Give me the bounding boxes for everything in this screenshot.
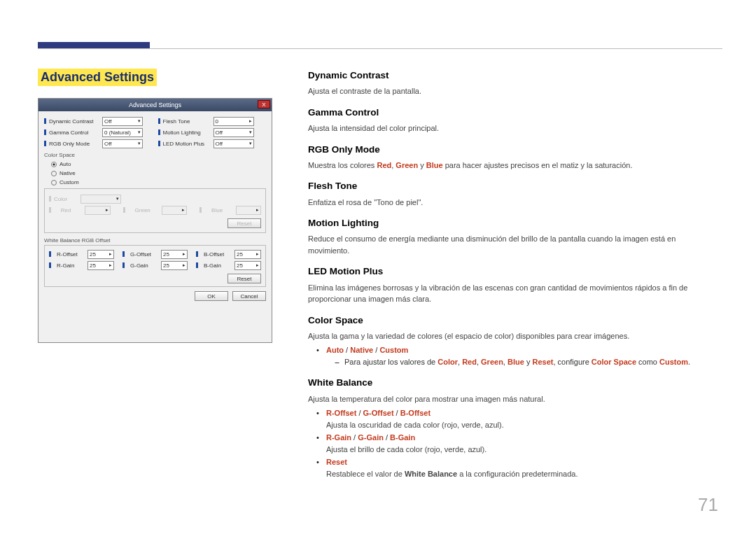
row-motion-lighting: Motion LightingOff▾ <box>158 127 267 138</box>
select-red: ▸ <box>85 206 110 215</box>
row-gamma-control: Gamma Control0 (Natural)▾ <box>44 127 153 138</box>
group-color-space: Color Space <box>44 152 266 158</box>
p-dynamic-contrast: Ajusta el contraste de la pantalla. <box>308 85 718 97</box>
select-flesh-tone[interactable]: 0▸ <box>214 117 254 126</box>
section-title: Advanced Settings <box>38 69 157 86</box>
close-icon[interactable]: X <box>258 100 270 108</box>
radio-custom[interactable]: Custom <box>44 178 266 187</box>
group-white-balance: White Balance RGB Offset <box>44 237 266 244</box>
h-rgb-only-mode: RGB Only Mode <box>308 143 718 157</box>
li-color-space-sub: Para ajustar los valores de Color, Red, … <box>344 356 718 368</box>
select-blue: ▸ <box>236 206 261 215</box>
p-color-space: Ajusta la gama y la variedad de colores … <box>308 330 718 342</box>
p-white-balance: Ajusta la temperatura del color para mos… <box>308 393 718 405</box>
white-balance-box: R-Offset25▸ G-Offset25▸ B-Offset25▸ R-Ga… <box>44 245 266 287</box>
select-rgb-only-mode[interactable]: Off▾ <box>102 139 143 148</box>
p-gamma-control: Ajusta la intensidad del color principal… <box>308 122 718 134</box>
li-wb-gain: R-Gain / G-Gain / B-Gain Ajusta el brill… <box>326 432 718 455</box>
p-rgb-only-mode: Muestra los colores Red, Green y Blue pa… <box>308 160 718 171</box>
select-r-gain[interactable]: 25▸ <box>88 261 114 270</box>
select-g-offset[interactable]: 25▸ <box>161 250 188 259</box>
page-number: 71 <box>698 494 718 516</box>
chevron-down-icon: ▾ <box>138 118 141 124</box>
h-white-balance: White Balance <box>308 376 718 390</box>
h-dynamic-contrast: Dynamic Contrast <box>308 69 718 83</box>
reset-color-space-button: Reset <box>227 218 261 228</box>
header-rule <box>38 48 722 49</box>
h-flesh-tone: Flesh Tone <box>308 179 718 193</box>
select-gamma-control[interactable]: 0 (Natural)▾ <box>102 128 143 137</box>
p-motion-lighting: Reduce el consumo de energía mediante un… <box>308 233 718 256</box>
select-b-gain[interactable]: 25▸ <box>234 261 261 270</box>
chevron-down-icon: ▸ <box>249 118 252 124</box>
select-g-gain[interactable]: 25▸ <box>161 261 188 270</box>
custom-color-box: Color▾ Red▸ Green▸ Blue▸ Reset <box>44 188 266 233</box>
ok-button[interactable]: OK <box>195 291 228 301</box>
h-led-motion-plus: LED Motion Plus <box>308 265 718 279</box>
row-rgb-only-mode: RGB Only ModeOff▾ <box>44 138 153 149</box>
dialog-titlebar: Advanced Settings X <box>38 99 272 111</box>
manual-page: Advanced Settings Advanced Settings X Dy… <box>0 0 756 534</box>
radio-native[interactable]: Native <box>44 169 266 178</box>
reset-white-balance-button[interactable]: Reset <box>227 274 261 283</box>
select-color: ▾ <box>80 195 121 204</box>
h-gamma-control: Gamma Control <box>308 106 718 120</box>
cancel-button[interactable]: Cancel <box>232 291 266 301</box>
doc-body: Dynamic Contrast Ajusta el contraste de … <box>308 69 718 481</box>
select-b-offset[interactable]: 25▸ <box>234 250 261 259</box>
chevron-down-icon: ▾ <box>249 129 252 135</box>
select-dynamic-contrast[interactable]: Off▾ <box>102 117 143 126</box>
li-wb-offset: R-Offset / G-Offset / B-Offset Ajusta la… <box>326 407 718 430</box>
p-flesh-tone: Enfatiza el rosa de "Tono de piel". <box>308 197 718 209</box>
radio-auto[interactable]: Auto <box>44 160 266 169</box>
row-dynamic-contrast: Dynamic ContrastOff▾ <box>44 115 153 127</box>
select-led-motion-plus[interactable]: Off▾ <box>214 139 254 148</box>
select-motion-lighting[interactable]: Off▾ <box>214 128 254 137</box>
osd-dialog: Advanced Settings X Dynamic ContrastOff▾… <box>38 98 272 343</box>
row-led-motion-plus: LED Motion PlusOff▾ <box>158 138 267 149</box>
p-led-motion-plus: Elimina las imágenes borrosas y la vibra… <box>308 282 718 305</box>
row-flesh-tone: Flesh Tone0▸ <box>158 115 267 127</box>
chevron-down-icon: ▾ <box>249 141 252 146</box>
h-color-space: Color Space <box>308 314 718 328</box>
dialog-title: Advanced Settings <box>129 101 181 108</box>
chevron-down-icon: ▾ <box>138 129 141 135</box>
chevron-down-icon: ▾ <box>138 141 141 146</box>
select-r-offset[interactable]: 25▸ <box>88 250 114 259</box>
select-green: ▸ <box>162 206 187 215</box>
li-wb-reset: Reset Restablece el valor de White Balan… <box>326 456 718 479</box>
li-color-space-opts: Auto / Native / Custom Para ajustar los … <box>326 344 718 367</box>
h-motion-lighting: Motion Lighting <box>308 216 718 230</box>
